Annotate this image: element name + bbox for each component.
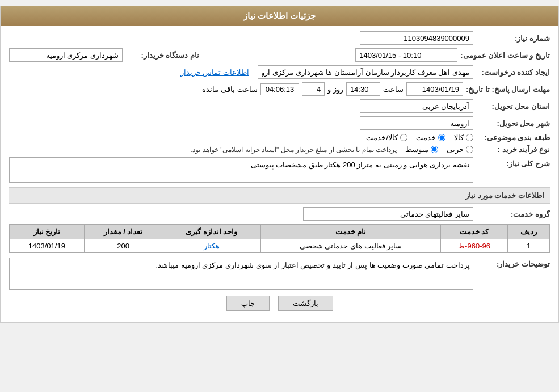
noe-farayand-row: نوع فرآیند خرید : جزیی متوسط پرداخت تمام…	[9, 145, 550, 154]
shahr-input[interactable]	[360, 116, 473, 130]
tabaqe-label: طبقه بندی موضوعی:	[476, 133, 550, 142]
cell-vahed: هکتار	[162, 239, 261, 253]
saat-baqi-label: ساعت باقی مانده	[202, 85, 257, 94]
cell-tedad: 200	[84, 239, 162, 253]
saat-label: ساعت	[383, 85, 404, 94]
gorohe-khadamat-label: گروه خدمت:	[476, 210, 550, 218]
tabaqe-kala-label: کالا	[454, 133, 464, 142]
cell-tarikh: 1403/01/19	[10, 239, 85, 253]
nam-dastgah-input[interactable]	[9, 48, 123, 62]
noe-jozyi-radio[interactable]	[466, 146, 473, 153]
col-radif: ردیف	[508, 225, 550, 239]
col-nam: نام خدمت	[261, 225, 441, 239]
page-title: جزئیات اطلاعات نیاز	[243, 11, 316, 20]
service-table: ردیف کد خدمت نام خدمت واحد اندازه گیری ت…	[9, 224, 550, 253]
sharh-row: شرح کلی نیاز:	[9, 157, 550, 183]
sharh-label: شرح کلی نیاز:	[476, 157, 550, 168]
col-vahed: واحد اندازه گیری	[162, 225, 261, 239]
cell-radif: 1	[508, 239, 550, 253]
tarikh-elan-input[interactable]	[355, 48, 457, 62]
page-header: جزئیات اطلاعات نیاز	[1, 6, 558, 26]
tabaqe-khadamat-label: خدمت	[416, 133, 436, 142]
shomara-niaz-row: شماره نیاز:	[9, 31, 550, 45]
countdown-value: 04:06:13	[260, 83, 300, 95]
print-button[interactable]: چاپ	[226, 296, 270, 311]
mohlat-date-input[interactable]	[406, 82, 463, 96]
page-wrapper: جزئیات اطلاعات نیاز شماره نیاز: تاریخ و …	[0, 6, 559, 323]
col-tarikh: تاریخ نیاز	[10, 225, 85, 239]
noe-mottavas-radio[interactable]	[431, 146, 438, 153]
date-dastgah-row: تاریخ و ساعت اعلان عمومی: نام دستگاه خری…	[9, 48, 550, 62]
khadamat-section-title: اطلاعات خدمات مورد نیاز	[9, 187, 550, 204]
mohlat-row: مهلت ارسال پاسخ: تا تاریخ: ساعت روز و 04…	[9, 82, 550, 96]
ostan-label: استان محل تحویل:	[476, 102, 550, 111]
shahr-label: شهر محل تحویل:	[476, 119, 550, 128]
ostan-input[interactable]	[360, 99, 473, 113]
tabaqe-kala-khadamat-item: کالا/خدمت	[366, 133, 407, 142]
shomara-niaz-label: شماره نیاز:	[476, 34, 550, 43]
cell-kod: 960-96-ط	[440, 239, 507, 253]
ijad-konanda-label: ایجاد کننده درخواست:	[476, 68, 550, 77]
noe-description: پرداخت تمام یا بخشی از مبلغ خریداز محل "…	[191, 146, 397, 154]
table-header-row: ردیف کد خدمت نام خدمت واحد اندازه گیری ت…	[10, 225, 550, 239]
tarikh-elan-label: تاریخ و ساعت اعلان عمومی:	[460, 51, 550, 60]
ijad-konanda-row: ایجاد کننده درخواست: اطلاعات تماس خریدار	[9, 65, 550, 79]
col-kod: کد خدمت	[440, 225, 507, 239]
col-tedad: تعداد / مقدار	[84, 225, 162, 239]
noe-radio-group: جزیی متوسط	[405, 145, 473, 154]
gorohe-khadamat-row: گروه خدمت:	[9, 207, 550, 221]
sharh-textarea[interactable]	[9, 157, 473, 183]
nam-dastgah-label: نام دستگاه خریدار:	[125, 51, 199, 60]
gorohe-khadamat-input[interactable]	[303, 207, 473, 221]
ijad-konanda-input[interactable]	[258, 65, 473, 79]
etelaat-tamas-link[interactable]: اطلاعات تماس خریدار	[180, 68, 249, 77]
cell-nam: سایر فعالیت های خدماتی شخصی	[261, 239, 441, 253]
noe-mottavas-item: متوسط	[405, 145, 438, 154]
mohlat-label: مهلت ارسال پاسخ: تا تاریخ:	[466, 85, 550, 94]
noe-jozyi-label: جزیی	[447, 145, 464, 154]
tabaqe-row: طبقه بندی موضوعی: کالا خدمت کالا/خدمت	[9, 133, 550, 142]
noe-farayand-label: نوع فرآیند خرید :	[476, 145, 550, 154]
tosehat-row: توضیحات خریدار:	[9, 258, 550, 290]
back-button[interactable]: بازگشت	[278, 296, 333, 311]
ostan-row: استان محل تحویل:	[9, 99, 550, 113]
table-row: 1960-96-طسایر فعالیت های خدماتی شخصیهکتا…	[10, 239, 550, 253]
tosehat-label: توضیحات خریدار:	[476, 258, 550, 268]
tabaqe-khadamat-item: خدمت	[416, 133, 445, 142]
shahr-row: شهر محل تحویل:	[9, 116, 550, 130]
tabaqe-khadamat-radio[interactable]	[438, 134, 445, 141]
content-area: شماره نیاز: تاریخ و ساعت اعلان عمومی: نا…	[1, 26, 558, 322]
tabaqe-radio-group: کالا خدمت کالا/خدمت	[366, 133, 473, 142]
shomara-niaz-input[interactable]	[360, 31, 473, 45]
roz-label: روز و	[327, 85, 343, 94]
mohlat-saat-input[interactable]	[346, 82, 380, 96]
tosehat-textarea[interactable]	[9, 258, 473, 290]
noe-jozyi-item: جزیی	[447, 145, 473, 154]
tabaqe-kala-khadamat-label: کالا/خدمت	[366, 133, 398, 142]
noe-mottavas-label: متوسط	[405, 145, 428, 154]
tabaqe-kala-item: کالا	[454, 133, 473, 142]
roz-input[interactable]	[302, 82, 325, 96]
tabaqe-kala-khadamat-radio[interactable]	[400, 134, 407, 141]
tabaqe-kala-radio[interactable]	[466, 134, 473, 141]
button-row: بازگشت چاپ	[9, 296, 550, 311]
